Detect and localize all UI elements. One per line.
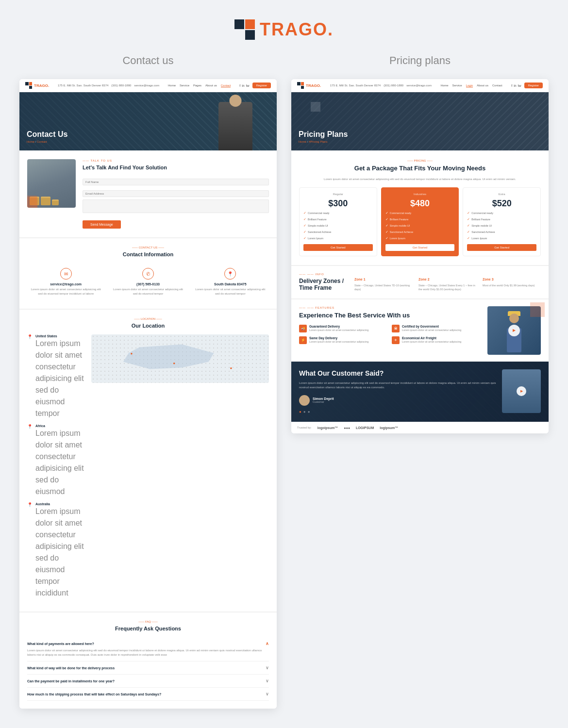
pricing-nav-service[interactable]: Service <box>452 84 462 87</box>
location-australia-info: Australia Lorem ipsum dolor sit amet con… <box>35 502 85 599</box>
faq-tag: —— FAQ —— <box>27 620 269 623</box>
faq-question-2[interactable]: What kind of way will be done for the de… <box>27 665 269 670</box>
plan-regular-f1: ✓Commercial ready <box>303 211 373 215</box>
pricing-nav-contact[interactable]: Contact <box>492 84 502 87</box>
plan-industries-f4: ✓Sanctioned Achieve <box>385 230 455 234</box>
zone-1-details: State – Chicago, United States 7D-10 (wo… <box>354 283 413 292</box>
contact-address-desc: Lorem ipsum dolor sit amet consectetur a… <box>195 287 266 296</box>
contact-info-tag: —— CONTACT US —— <box>27 246 269 249</box>
contact-hero-person <box>218 97 257 150</box>
pricing-nav-logo-text: TRAGO. <box>306 83 321 88</box>
zone-3-details: Most of the world Only $1.99 (working da… <box>483 283 541 287</box>
contact-form-image <box>27 159 76 208</box>
phone-icon: ✆ <box>142 268 154 280</box>
map-pin-australia: ● <box>230 366 232 370</box>
delivery-inner: Delivery Zones / Time Frame Zone 1 State… <box>299 278 541 292</box>
dot-3[interactable]: ● <box>308 410 310 414</box>
faq-question-3[interactable]: Can the payment be paid in installments … <box>27 678 269 683</box>
contact-nav-service[interactable]: Service <box>180 84 189 87</box>
contact-nav-social: fintw <box>239 84 249 87</box>
form-email-input[interactable] <box>83 190 269 197</box>
contact-card-address: 📍 South Dakota 83475 Lorem ipsum dolor s… <box>192 263 269 301</box>
contact-hero-title: Contact Us <box>27 130 67 139</box>
contact-hero-text: Contact Us Home / Contact <box>27 130 67 143</box>
boxes-illustration <box>27 159 76 208</box>
contact-nav-about[interactable]: About us <box>205 84 217 87</box>
experience-tag: —— FEATURES <box>299 306 481 309</box>
plan-extra-btn[interactable]: Get Started <box>467 244 536 251</box>
experience-image: ▶ <box>487 306 541 355</box>
plan-regular-label: Regular <box>303 193 373 196</box>
plan-industries-btn[interactable]: Get Started <box>385 244 455 251</box>
plan-regular-f5: ✓Lorem Ipsum <box>303 236 373 240</box>
worker-head <box>509 314 519 323</box>
pricing-hero-breadcrumb: Home / #Pricing Plans <box>299 140 348 143</box>
faq-item-2: What kind of way will be done for the de… <box>27 662 269 675</box>
faq-question-4[interactable]: How much is the shipping process that wi… <box>27 692 269 696</box>
pricing-nav-logo-icon <box>297 82 304 89</box>
logo-sq4 <box>245 30 255 40</box>
plan-extra-label: Extra <box>467 193 536 196</box>
contact-info-section: —— CONTACT US —— Contact Information ✉ s… <box>19 238 277 309</box>
trust-logo-4: logipsum™ <box>380 426 398 430</box>
contact-nav-logo-icon <box>25 82 32 89</box>
contact-nav-logo: TRAGO. <box>25 82 49 89</box>
pricing-nav-login[interactable]: Login <box>466 84 473 87</box>
faq-chevron-down-icon-4: ∨ <box>266 692 269 696</box>
contact-nav-phone: (301) 880-1880 <box>111 84 131 87</box>
testimonial-play-btn[interactable]: ▶ <box>517 386 526 396</box>
dot-active[interactable]: ● <box>299 410 301 414</box>
pricing-nav-about[interactable]: About us <box>477 84 488 87</box>
map-pin-africa: ● <box>173 361 175 365</box>
location-tag: —— LOCATION —— <box>27 317 269 320</box>
contact-page-column: Contact us TRAGO. 175 E. Mill St. San. S… <box>19 54 277 709</box>
faq-answer-1: Lorem ipsum dolor sit amet consectetur a… <box>27 648 269 657</box>
zone-3: Zone 3 Most of the world Only $1.99 (wor… <box>483 278 541 292</box>
form-message-textarea[interactable] <box>83 199 269 213</box>
feature-guaranteed-text: Guaranteed Delivery Lorem ipsum dolor si… <box>309 325 368 332</box>
testimonial-quote: Lorem ipsum dolor sit amet consectetur a… <box>299 381 496 390</box>
testimonial-content: What Our Customer Said? Lorem ipsum dolo… <box>299 369 541 414</box>
pricing-hero-title: Pricing Plans <box>299 130 348 139</box>
contact-phone-desc: Lorem ipsum dolor sit amet consectetur a… <box>112 287 184 296</box>
testimonial-text: What Our Customer Said? Lorem ipsum dolo… <box>299 369 496 414</box>
dot-2[interactable]: ● <box>303 410 306 414</box>
contact-nav-register-btn[interactable]: Register <box>252 83 271 88</box>
trust-logo-3: LOGIPSUM <box>356 426 374 430</box>
form-tag: TALK TO US <box>83 159 269 162</box>
form-title: Let's Talk And Find Your Solution <box>83 164 269 171</box>
contact-nav-contact[interactable]: Contact <box>221 84 231 87</box>
contact-nav-home[interactable]: Home <box>168 84 176 87</box>
pages-container: Contact us TRAGO. 175 E. Mill St. San. S… <box>0 54 568 728</box>
form-submit-btn[interactable]: Send Message <box>83 220 121 229</box>
pricing-nav-home[interactable]: Home <box>441 84 449 87</box>
pricing-nav-register-btn[interactable]: Register <box>524 83 543 88</box>
pricing-nav-logo: TRAGO. <box>297 82 321 89</box>
plan-extra-f5: ✓Lorem Ipsum <box>467 236 536 240</box>
person-body <box>218 102 252 150</box>
testimonial-dots: ● ● ● <box>299 410 496 414</box>
location-item-australia: 📍 Australia Lorem ipsum dolor sit amet c… <box>27 502 85 599</box>
form-name-input[interactable] <box>83 179 269 185</box>
plan-regular-f3: ✓Simple mobile UI <box>303 224 373 228</box>
pricing-navbar: TRAGO. 175 E. Mill St. San. South Denver… <box>291 79 549 92</box>
truck-icon: 🚚 <box>299 325 307 332</box>
plan-extra-f2: ✓Brilliant Feature <box>467 217 536 221</box>
plan-regular-f4: ✓Sanctioned Achieve <box>303 230 373 234</box>
pricing-card-regular: Regular $300 ✓Commercial ready ✓Brillian… <box>299 187 377 256</box>
plan-regular-btn[interactable]: Get Started <box>303 244 373 251</box>
trust-logo-1: logoipsum™ <box>317 426 338 430</box>
author-name: Simon Deprit <box>313 397 334 400</box>
contact-address-label: South Dakota 83475 <box>195 282 266 286</box>
pink-decorative-square <box>27 197 38 208</box>
contact-form-area: TALK TO US Let's Talk And Find Your Solu… <box>83 159 269 229</box>
experience-play-btn[interactable]: ▶ <box>508 325 520 336</box>
contact-nav-email: service@trago.com <box>134 84 159 87</box>
faq-chevron-down-icon-3: ∨ <box>266 678 269 683</box>
contact-form-section: TALK TO US Let's Talk And Find Your Solu… <box>19 150 277 237</box>
faq-question-1[interactable]: What kind of payments are allowed here? … <box>27 641 269 646</box>
plan-industries-f5: ✓Lorem Ipsum <box>385 236 455 240</box>
pricing-cards: Regular $300 ✓Commercial ready ✓Brillian… <box>299 187 541 256</box>
contact-hero-breadcrumb: Home / Contact <box>27 140 67 143</box>
contact-nav-pages[interactable]: Pages <box>193 84 201 87</box>
